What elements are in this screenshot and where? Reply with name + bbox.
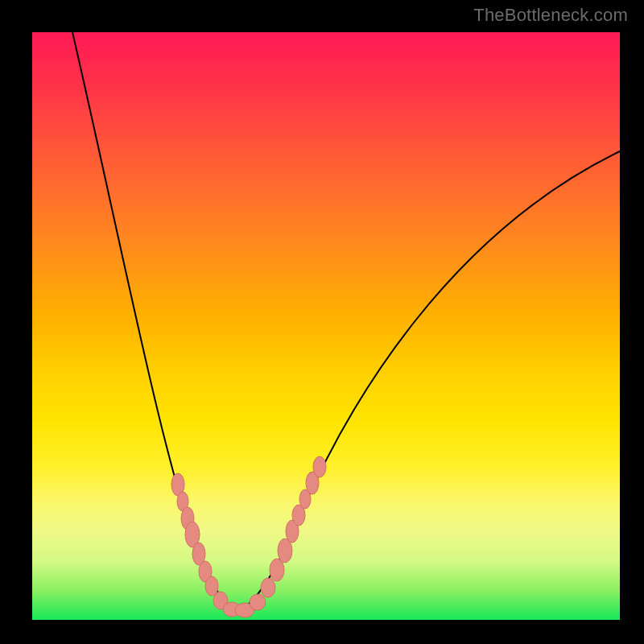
data-marker <box>261 578 275 597</box>
plot-area <box>32 32 620 620</box>
data-marker <box>205 576 218 596</box>
data-marker <box>250 594 266 610</box>
watermark-text: TheBottleneck.com <box>473 5 628 26</box>
curve-right <box>237 151 620 612</box>
data-markers <box>171 456 326 617</box>
curve-left <box>72 32 237 612</box>
data-marker <box>313 456 326 477</box>
chart-svg <box>32 32 620 620</box>
chart-frame: TheBottleneck.com <box>0 0 644 644</box>
